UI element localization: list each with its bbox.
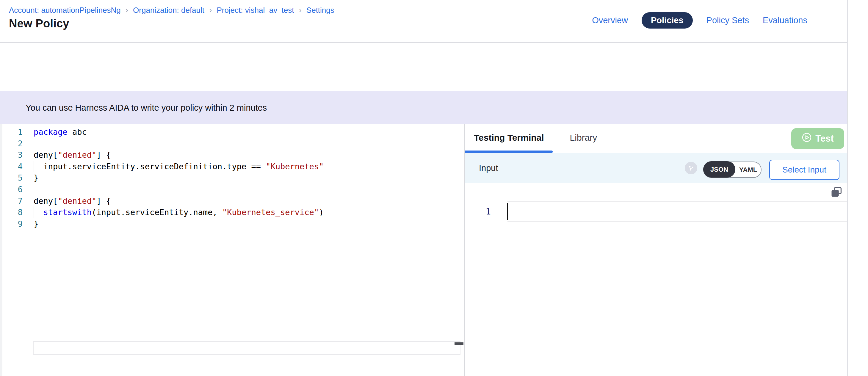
code-line[interactable]: 8 startswith(input.serviceEntity.name, "… — [0, 207, 461, 218]
input-editor-current-line — [507, 201, 847, 222]
code-line[interactable]: 1package abc — [0, 126, 461, 138]
aida-banner: You can use Harness AIDA to write your p… — [0, 91, 847, 124]
editor-current-line-highlight — [33, 341, 461, 355]
code-text: input.serviceEntity.serviceDefinition.ty… — [34, 161, 323, 172]
breadcrumb-item[interactable]: Account: automationPipelinesNg — [9, 6, 121, 15]
copy-icon[interactable] — [830, 186, 843, 200]
token-plain: } — [34, 173, 38, 182]
page-title: New Policy — [9, 17, 69, 30]
code-line[interactable]: 4 input.serviceEntity.serviceDefinition.… — [0, 161, 461, 172]
test-input-editor[interactable]: 1 — [465, 183, 847, 376]
token-string: "Kubernetes" — [266, 162, 323, 171]
line-number: 7 — [0, 195, 23, 207]
code-text: } — [34, 172, 38, 184]
policy-code-editor[interactable]: 1package abc23deny["denied"] {4 input.se… — [0, 124, 465, 376]
breadcrumb-separator-icon: › — [126, 6, 128, 14]
code-text: } — [34, 218, 38, 230]
token-string: "denied" — [58, 150, 96, 159]
token-plain: ] { — [96, 150, 111, 159]
token-plain: (input.serviceEntity.name, — [92, 208, 222, 217]
policy-toolbar: Default_Service_Policy Save Discard — [0, 43, 847, 91]
code-line[interactable]: 7deny["denied"] { — [0, 195, 461, 207]
code-line[interactable]: 6 — [0, 184, 461, 195]
line-number: 3 — [0, 149, 23, 161]
text-cursor — [507, 203, 508, 220]
input-section-title: Input — [479, 153, 498, 183]
page-header: Account: automationPipelinesNg›Organizat… — [0, 0, 847, 43]
token-plain: ] { — [96, 196, 111, 206]
input-source-icon — [685, 162, 697, 174]
line-number: 8 — [0, 207, 23, 218]
token-string: "denied" — [58, 196, 96, 206]
aida-banner-message: You can use Harness AIDA to write your p… — [26, 91, 267, 124]
token-plain: deny[ — [34, 196, 58, 206]
nav-tab-policy-sets[interactable]: Policy Sets — [707, 15, 749, 25]
code-text: deny["denied"] { — [34, 195, 111, 207]
token-plain: abc — [67, 127, 87, 136]
format-option-json[interactable]: JSON — [703, 161, 735, 178]
code-text: deny["denied"] { — [34, 149, 111, 161]
token-keyword: startswith — [43, 208, 92, 217]
active-tab-underline — [465, 151, 553, 153]
breadcrumb: Account: automationPipelinesNg›Organizat… — [9, 5, 334, 15]
code-text: startswith(input.serviceEntity.name, "Ku… — [34, 207, 323, 218]
line-number: 4 — [0, 161, 23, 172]
code-text: package abc — [34, 126, 87, 138]
token-plain: deny[ — [34, 150, 58, 159]
token-plain: ) — [319, 208, 323, 217]
code-line[interactable]: 9} — [0, 218, 461, 230]
code-line[interactable]: 2 — [0, 138, 461, 149]
tab-library[interactable]: Library — [570, 133, 597, 143]
select-input-label: Select Input — [782, 165, 826, 175]
page-right-gutter — [847, 0, 868, 376]
nav-tab-overview[interactable]: Overview — [592, 15, 628, 25]
token-keyword: package — [34, 127, 67, 136]
tab-testing-terminal[interactable]: Testing Terminal — [474, 133, 544, 143]
play-icon — [802, 132, 812, 145]
breadcrumb-item[interactable]: Organization: default — [133, 6, 204, 15]
select-input-button[interactable]: Select Input — [769, 160, 839, 180]
breadcrumb-item[interactable]: Project: vishal_av_test — [217, 6, 294, 15]
nav-tab-policies[interactable]: Policies — [642, 12, 693, 29]
line-number: 1 — [0, 126, 23, 138]
token-plain: input.serviceEntity.serviceDefinition.ty… — [34, 162, 266, 171]
format-option-yaml[interactable]: YAML — [735, 166, 761, 174]
line-number: 2 — [0, 138, 23, 149]
input-editor-line-number: 1 — [473, 202, 491, 221]
module-nav-tabs: OverviewPoliciesPolicy SetsEvaluations — [592, 12, 807, 29]
overview-ruler-cursor-mark — [455, 342, 463, 345]
input-section-header: Input JSON YAML Select Input — [465, 153, 847, 183]
new-policy-page: Account: automationPipelinesNg›Organizat… — [0, 0, 868, 376]
token-plain: } — [34, 219, 38, 228]
nav-tab-evaluations[interactable]: Evaluations — [763, 15, 807, 25]
breadcrumb-separator-icon: › — [209, 6, 212, 14]
token-plain — [34, 208, 43, 217]
code-line[interactable]: 3deny["denied"] { — [0, 149, 461, 161]
test-button-label: Test — [815, 133, 834, 144]
breadcrumb-item[interactable]: Settings — [306, 6, 334, 15]
format-toggle[interactable]: JSON YAML — [703, 161, 762, 178]
line-number: 9 — [0, 218, 23, 230]
token-string: "Kubernetes_service" — [222, 208, 319, 217]
line-number: 5 — [0, 172, 23, 184]
test-button[interactable]: Test — [791, 128, 844, 149]
code-line[interactable]: 5} — [0, 172, 461, 184]
breadcrumb-separator-icon: › — [299, 6, 302, 14]
line-number: 6 — [0, 184, 23, 195]
testing-panel-tabs: Testing TerminalLibrary — [474, 133, 597, 143]
